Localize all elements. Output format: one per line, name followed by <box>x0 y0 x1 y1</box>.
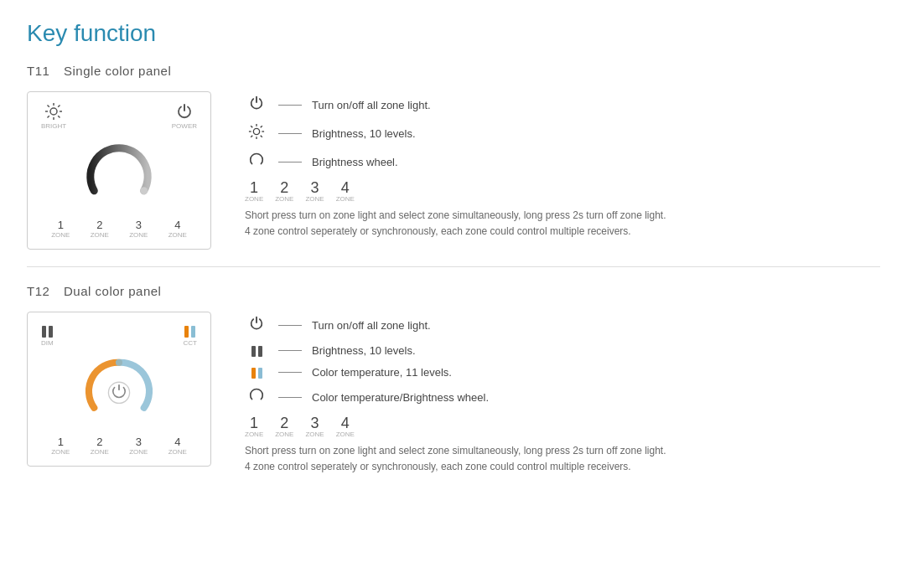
t12-zone-3: 3 ZONE <box>129 436 148 456</box>
t12-feature-dim: Brightness, 10 levels. <box>245 343 880 357</box>
t12-power-text: Turn on/off all zone light. <box>312 319 431 332</box>
t12-cct-text: Color temperature, 11 levels. <box>312 366 452 379</box>
t12-wheel-feature-icon <box>245 387 268 407</box>
t12-model-label: T12 <box>27 284 49 298</box>
t12-zone-2: 2 ZONE <box>91 436 109 456</box>
bright-feature-icon <box>245 123 268 143</box>
t12-feature-line-2 <box>278 350 302 351</box>
t11-model-label: T11 <box>27 64 49 78</box>
t12-bottom-zones: 1 ZONE 2 ZONE 3 ZONE 4 ZONE <box>41 436 197 456</box>
svg-point-9 <box>140 187 148 194</box>
t12-section-name: Dual color panel <box>64 284 161 298</box>
t11-description: Short press turn on zone light and selec… <box>245 208 764 240</box>
t12-dim-text: Brightness, 10 levels. <box>312 344 416 357</box>
power-feature-icon <box>245 95 268 115</box>
t12-dim-icon-group: DIM <box>41 322 54 347</box>
cct-icon <box>245 365 268 379</box>
dim-icon <box>245 343 268 357</box>
t11-zone-2: 2 ZONE <box>91 219 109 239</box>
t12-top-icons: DIM CCT <box>41 322 197 347</box>
t12-feature-line-4 <box>278 397 302 398</box>
t12-dim-feature-icon <box>245 343 268 357</box>
t11-feature-bright: Brightness, 10 levels. <box>245 123 880 143</box>
svg-line-15 <box>251 126 252 127</box>
section-divider <box>27 266 880 267</box>
sun-icon-feature <box>248 123 265 140</box>
t11-device-panel: BRIGHT POWER <box>27 91 211 250</box>
t11-top-icons: BRIGHT POWER <box>41 102 197 130</box>
t12-power-feature-icon <box>245 315 268 335</box>
t11-zone-4: 4 ZONE <box>168 219 187 239</box>
t12-wheel-text: Color temperature/Brightness wheel. <box>312 391 489 404</box>
cct-bars-icon <box>184 322 195 338</box>
t12-feature-list: Turn on/off all zone light. Brightness, … <box>245 312 880 475</box>
svg-line-5 <box>48 106 49 107</box>
t11-section: T11 Single color panel <box>27 64 880 250</box>
t12-cct-icon-group: CCT <box>184 322 197 347</box>
t11-feat-zone-1: 1 ZONE <box>245 180 263 203</box>
t11-panel-section: BRIGHT POWER <box>27 91 880 250</box>
svg-line-7 <box>58 106 60 107</box>
svg-point-10 <box>253 128 259 134</box>
t11-feature-list: Turn on/off all zone light. <box>245 91 880 240</box>
t12-device-panel: DIM CCT <box>27 312 211 467</box>
t12-cct-feature-icon <box>245 365 268 379</box>
t12-feature-wheel: Color temperature/Brightness wheel. <box>245 387 880 407</box>
svg-line-8 <box>48 116 49 117</box>
t12-zone-1: 1 ZONE <box>51 436 70 456</box>
t12-zone-4: 4 ZONE <box>168 436 187 456</box>
t12-cct-label: CCT <box>184 339 197 347</box>
svg-line-6 <box>58 116 60 117</box>
t11-power-text: Turn on/off all zone light. <box>312 99 431 111</box>
t11-bright-text: Brightness, 10 levels. <box>312 127 416 140</box>
power-icon-feature <box>248 95 265 111</box>
t12-description: Short press turn on zone light and selec… <box>245 443 764 475</box>
t12-wheel-container <box>41 353 197 429</box>
wheel-icon-feature <box>248 152 265 168</box>
t12-feature-cct: Color temperature, 11 levels. <box>245 365 880 379</box>
feature-line-1 <box>278 105 302 106</box>
t12-wheel-icon-feature <box>248 387 265 404</box>
t12-feat-zone-2: 2 ZONE <box>275 415 293 438</box>
wheel-feature-icon <box>245 152 268 172</box>
t11-wheel-container <box>41 137 197 212</box>
t11-section-name: Single color panel <box>64 64 171 78</box>
t12-feature-line-3 <box>278 372 302 373</box>
t11-feature-wheel: Brightness wheel. <box>245 152 880 172</box>
t12-feat-zone-4: 4 ZONE <box>336 415 355 438</box>
t11-bottom-zones: 1 ZONE 2 ZONE 3 ZONE 4 ZONE <box>41 219 197 239</box>
t11-zone-row: 1 ZONE 2 ZONE 3 ZONE 4 ZONE <box>245 180 880 203</box>
page-title: Key function <box>27 20 880 47</box>
t11-power-label: POWER <box>172 122 197 130</box>
bright-icon <box>44 102 63 121</box>
t11-bright-icon-group: BRIGHT <box>41 102 66 130</box>
svg-line-17 <box>261 126 262 127</box>
t11-zone-1: 1 ZONE <box>51 219 70 239</box>
t12-dim-label: DIM <box>41 339 54 347</box>
svg-line-18 <box>251 136 252 137</box>
t11-feat-zone-3: 3 ZONE <box>305 180 324 203</box>
svg-line-16 <box>261 136 262 137</box>
feature-line-3 <box>278 162 302 162</box>
t12-power-icon-feature <box>248 315 265 332</box>
t12-section-title: T12 Dual color panel <box>27 284 880 298</box>
t12-feat-zone-1: 1 ZONE <box>245 415 263 438</box>
t11-feature-power: Turn on/off all zone light. <box>245 95 880 115</box>
t12-feature-power: Turn on/off all zone light. <box>245 315 880 335</box>
t12-panel-section: DIM CCT <box>27 312 880 475</box>
t12-feature-line-1 <box>278 325 302 326</box>
feature-line-2 <box>278 133 302 134</box>
t11-section-title: T11 Single color panel <box>27 64 880 78</box>
t12-zone-row: 1 ZONE 2 ZONE 3 ZONE 4 ZONE <box>245 415 880 438</box>
t12-feat-zone-3: 3 ZONE <box>305 415 324 438</box>
t11-wheel-text: Brightness wheel. <box>312 156 398 168</box>
t11-feat-zone-2: 2 ZONE <box>275 180 293 203</box>
t12-dual-wheel <box>81 353 157 429</box>
t11-zone-3: 3 ZONE <box>129 219 148 239</box>
t11-bright-label: BRIGHT <box>41 122 66 130</box>
t11-brightness-wheel <box>81 137 157 212</box>
t11-power-icon-group: POWER <box>172 102 197 130</box>
power-icon <box>175 102 194 121</box>
svg-point-0 <box>50 108 57 115</box>
t12-section: T12 Dual color panel DIM <box>27 284 880 475</box>
